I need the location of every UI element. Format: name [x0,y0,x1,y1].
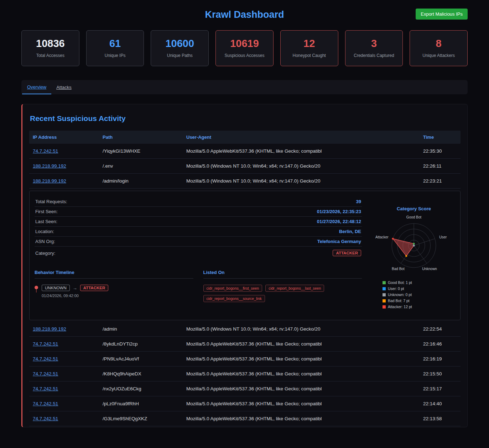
detail-field-value: 39 [356,199,361,204]
ip-address-link[interactable]: 74.7.242.51 [33,371,58,376]
suspicious-activity-panel: Recent Suspicious Activity IP AddressPat… [21,104,468,427]
ip-detail-info: Total Requests:39First Seen:01/23/2026, … [35,197,362,311]
page-title: Krawl Dashboard [21,9,468,20]
listed-on-badge[interactable]: cidr_report_bogons__source_link [203,295,265,302]
ip-address-link[interactable]: 74.7.242.51 [33,401,58,406]
ip-cell: 188.218.99.192 [29,159,99,173]
time-cell: 22:16:46 [420,337,461,351]
table-row[interactable]: 188.218.99.192/admin/loginMozilla/5.0 (W… [29,174,461,189]
listed-on-badge[interactable]: cidr_report_bogons__last_seen [265,285,324,292]
export-malicious-ips-button[interactable]: Export Malicious IPs [416,9,468,20]
ip-detail-panel: Total Requests:39First Seen:01/23/2026, … [29,191,461,320]
user-agent-cell: Mozilla/5.0 AppleWebKit/537.36 (KHTML, l… [183,367,420,381]
legend-item: User: 0 pt [383,286,455,291]
stat-value: 3 [348,38,401,49]
table-row[interactable]: 74.7.242.51/YiqykGI13WHXEMozilla/5.0 App… [29,144,461,159]
chart-legend: Good Bot: 1 ptUser: 0 ptUnknown: 0 ptBad… [383,280,455,309]
table-row[interactable]: 74.7.242.51/nx2yUOZuE6CkgMozilla/5.0 App… [29,381,461,396]
path-cell: /8ykdLnDYTi2cp [99,337,183,351]
timeline-content: UNKNOWN → ATTACKER 01/24/2026, 09:42:00 [42,285,108,298]
radar-point-good-bot [413,243,415,244]
category-badge: ATTACKER [333,250,361,256]
radar-data-polygon [393,239,414,256]
chart-title: Category Score [373,206,455,211]
detail-field-value: 01/23/2026, 22:35:23 [317,209,361,214]
ip-address-link[interactable]: 74.7.242.51 [33,416,58,421]
ip-cell: 74.7.242.51 [29,396,99,411]
stat-card-unique-ips: 61Unique IPs [86,30,144,66]
detail-columns: Behavior Timeline UNKNOWN → ATTACKER [35,270,362,302]
radar-point-bad-bot [405,255,407,257]
listed-on-badges: cidr_report_bogons__first_seencidr_repor… [203,285,362,302]
ip-cell: 74.7.242.51 [29,144,99,158]
timeline-from-badge: UNKNOWN [42,285,70,291]
timeline-transition: UNKNOWN → ATTACKER [42,285,108,291]
ip-address-link[interactable]: 188.218.99.192 [33,163,66,169]
detail-field-label: Location: [35,229,54,234]
stats-row: 10836Total Accesses61Unique IPs10600Uniq… [21,30,468,66]
radar-axis-label-bad-bot: Bad Bot [392,267,405,271]
path-cell: /admin [99,322,183,336]
ip-address-link[interactable]: 188.218.99.192 [33,326,66,332]
path-cell: /YiqykGI13WHXE [99,144,183,158]
table-row[interactable]: 74.7.242.51/pLz0Fnua9fRhHMozilla/5.0 App… [29,396,461,411]
path-cell: /K8HQq9hAipeDX [99,367,183,381]
legend-label: Good Bot: 1 pt [388,280,412,285]
stat-card-credentials-captured: 3Credentials Captured [345,30,403,66]
table-row[interactable]: 188.218.99.192/adminMozilla/5.0 (Windows… [29,322,461,337]
ip-address-link[interactable]: 74.7.242.51 [33,341,58,347]
time-cell: 22:23:21 [420,174,461,188]
table-row[interactable]: 188.218.99.192/.envMozilla/5.0 (Windows … [29,159,461,174]
tab-attacks[interactable]: Attacks [51,80,77,94]
table-row[interactable]: 74.7.242.51/PN9LvAcJ4uoVfMozilla/5.0 App… [29,352,461,367]
user-agent-cell: Mozilla/5.0 AppleWebKit/537.36 (KHTML, l… [183,411,420,426]
time-cell: 22:26:11 [420,159,461,173]
ip-address-link[interactable]: 188.218.99.192 [33,178,66,184]
table-row[interactable]: 74.7.242.51/8ykdLnDYTi2cpMozilla/5.0 App… [29,337,461,352]
ip-cell: 74.7.242.51 [29,381,99,396]
stat-card-honeypot-caught: 12Honeypot Caught [280,30,338,66]
radar-axis-label-unknown: Unknown [422,267,437,271]
column-header-user-agent: User-Agent [183,131,420,144]
stat-label: Total Accesses [24,53,77,58]
time-cell: 22:16:19 [420,352,461,366]
legend-item: Unknown: 0 pt [383,292,455,297]
ip-address-link[interactable]: 74.7.242.51 [33,386,58,391]
detail-field-value: Berlin, DE [339,229,361,234]
radar-axis-label-attacker: Attacker [375,235,389,239]
time-cell: 22:14:40 [420,396,461,411]
path-cell: /pLz0Fnua9fRhH [99,396,183,411]
stat-value: 10619 [218,38,271,49]
table-row[interactable]: 74.7.242.51/K8HQq9hAipeDXMozilla/5.0 App… [29,367,461,381]
time-cell: 22:22:54 [420,322,461,336]
radar-chart-svg: Good BotUserUnknownBad BotAttacker [373,213,455,277]
detail-field-label: Last Seen: [35,219,57,224]
user-agent-cell: Mozilla/5.0 AppleWebKit/537.36 (KHTML, l… [183,144,420,158]
detail-fields: Total Requests:39First Seen:01/23/2026, … [35,197,362,247]
path-cell: /PN9LvAcJ4uoVf [99,352,183,366]
tabs-bar: OverviewAttacks [21,80,468,94]
detail-field-value: Telefonica Germany [317,239,361,244]
detail-field-value: 01/27/2026, 22:48:12 [317,219,361,224]
stat-card-suspicious-accesses: 10619Suspicious Accesses [215,30,274,66]
tab-overview[interactable]: Overview [22,80,51,94]
listed-on-badge[interactable]: cidr_report_bogons__first_seen [203,285,262,292]
ip-address-link[interactable]: 74.7.242.51 [33,148,58,154]
bad-bot-legend-swatch [383,299,386,302]
ip-address-link[interactable]: 74.7.242.51 [33,356,58,362]
stat-label: Unique IPs [89,53,142,58]
legend-label: Unknown: 0 pt [388,292,412,297]
legend-item: Attacker: 12 pt [383,305,455,309]
table-rows-before-detail: 74.7.242.51/YiqykGI13WHXEMozilla/5.0 App… [29,144,461,189]
table-row[interactable]: 74.7.242.51/G3Lme9ShEQgXKZMozilla/5.0 Ap… [29,411,461,426]
timeline-to-badge: ATTACKER [80,285,109,291]
stat-label: Unique Paths [153,53,206,58]
column-header-ip-address: IP Address [29,131,99,144]
radar-point-attacker [392,238,394,239]
column-header-path: Path [99,131,183,144]
radar-axis-label-good-bot: Good Bot [406,215,421,219]
user-agent-cell: Mozilla/5.0 AppleWebKit/537.36 (KHTML, l… [183,352,420,366]
legend-label: Bad Bot: 7 pt [388,299,410,303]
time-cell: 22:15:50 [420,367,461,381]
timeline-item: UNKNOWN → ATTACKER 01/24/2026, 09:42:00 [35,285,193,298]
